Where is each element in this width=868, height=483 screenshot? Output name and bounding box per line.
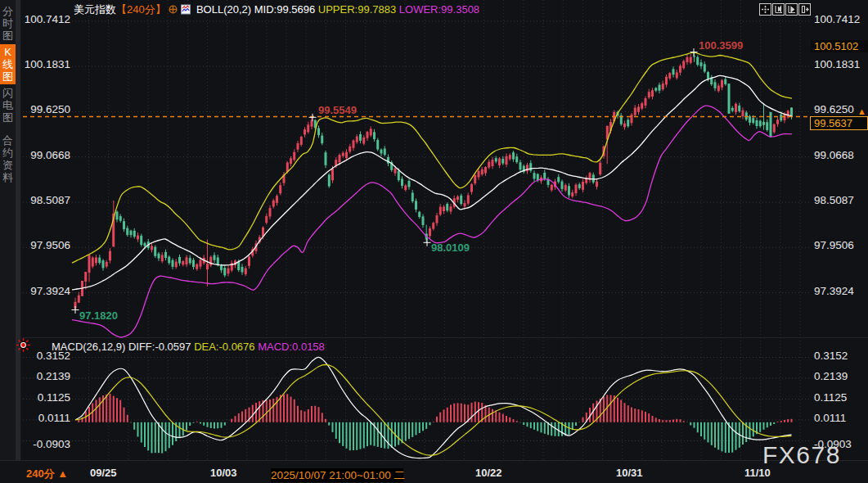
svg-text:97.1820: 97.1820 — [79, 309, 118, 322]
svg-text:99.5549: 99.5549 — [318, 104, 357, 116]
svg-text:98.0109: 98.0109 — [431, 242, 470, 254]
svg-text:100.3599: 100.3599 — [699, 39, 743, 52]
